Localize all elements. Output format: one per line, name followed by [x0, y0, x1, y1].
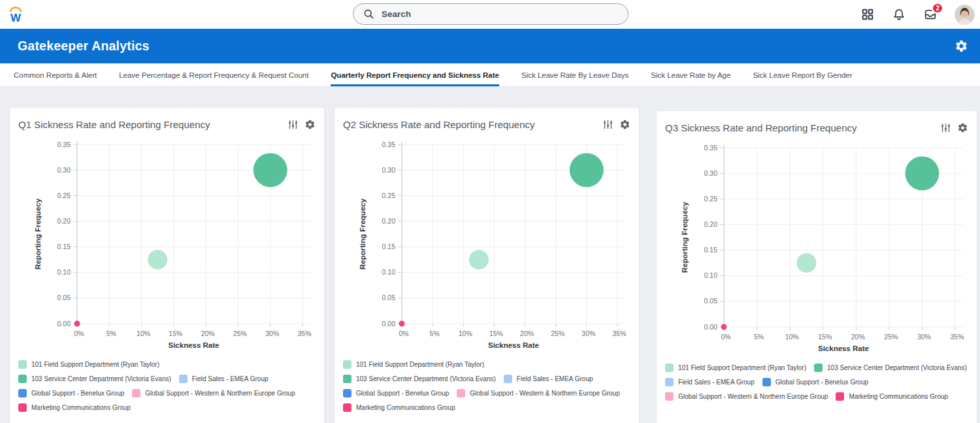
- legend-swatch: [762, 378, 771, 386]
- legend-label: Global Support - Western & Northern Euro…: [678, 393, 828, 400]
- data-bubble[interactable]: [469, 250, 489, 269]
- chart-card: Q2 Sickness Rate and Reporting Frequency: [335, 108, 639, 423]
- legend-swatch: [132, 389, 140, 398]
- filter-sliders-icon[interactable]: [940, 122, 951, 133]
- legend-label: Global Support - Benelux Group: [31, 390, 124, 397]
- svg-text:0.00: 0.00: [57, 320, 71, 328]
- svg-text:0.30: 0.30: [57, 166, 71, 174]
- chart-card-header: Q3 Sickness Rate and Reporting Frequency: [665, 119, 968, 136]
- page-settings-gear-icon[interactable]: [955, 39, 968, 53]
- svg-text:10%: 10%: [785, 333, 799, 341]
- legend-swatch: [457, 389, 465, 398]
- chart-card-actions: [602, 119, 630, 130]
- legend-swatch: [18, 375, 27, 383]
- chart-title: Q2 Sickness Rate and Reporting Frequency: [343, 119, 535, 130]
- data-bubble[interactable]: [74, 321, 80, 327]
- global-search[interactable]: [353, 3, 629, 25]
- legend-label: 101 Field Support Department (Ryan Taylo…: [31, 361, 159, 368]
- data-bubble[interactable]: [148, 250, 167, 269]
- legend-label: 101 Field Support Department (Ryan Taylo…: [356, 361, 484, 368]
- svg-text:30%: 30%: [581, 330, 595, 337]
- legend-label: 103 Service Center Department (Victoria …: [31, 375, 171, 382]
- svg-text:0.00: 0.00: [382, 320, 396, 328]
- legend-label: Field Sales - EMEA Group: [678, 379, 755, 386]
- legend-swatch: [18, 403, 27, 412]
- data-bubble[interactable]: [905, 156, 939, 190]
- legend-item[interactable]: Global Support - Western & Northern Euro…: [457, 389, 619, 398]
- data-bubble[interactable]: [253, 153, 287, 187]
- svg-text:10%: 10%: [137, 330, 150, 337]
- legend-swatch: [814, 364, 823, 372]
- chart-legend: 101 Field Support Department (Ryan Taylo…: [18, 360, 316, 412]
- search-input[interactable]: [382, 9, 619, 19]
- legend-label: 103 Service Center Department (Victoria …: [356, 375, 496, 382]
- legend-swatch: [179, 375, 188, 383]
- svg-text:Reporting Frequecy: Reporting Frequecy: [681, 201, 689, 273]
- svg-text:0.35: 0.35: [382, 141, 396, 148]
- filter-sliders-icon[interactable]: [602, 119, 613, 130]
- apps-grid-icon[interactable]: [860, 7, 875, 22]
- tab-3[interactable]: Sick Leave Rate By Leave Days: [521, 63, 629, 86]
- tab-4[interactable]: Sick Leave Rate by Age: [651, 63, 730, 86]
- svg-text:0.20: 0.20: [704, 220, 718, 228]
- legend-item[interactable]: 101 Field Support Department (Ryan Taylo…: [18, 360, 159, 369]
- svg-text:0.05: 0.05: [382, 294, 396, 301]
- legend-item[interactable]: 103 Service Center Department (Victoria …: [343, 375, 496, 383]
- legend-item[interactable]: Marketing Communications Group: [836, 392, 948, 401]
- chart-settings-gear-icon[interactable]: [957, 122, 968, 133]
- data-bubble[interactable]: [721, 324, 727, 330]
- chart-title: Q1 Sickness Rate and Reporting Frequency: [18, 119, 210, 130]
- legend-item[interactable]: Marketing Communications Group: [18, 403, 131, 412]
- bubble-chart: 0.000.050.100.150.200.250.300.350%5%10%1…: [665, 140, 968, 357]
- svg-text:30%: 30%: [265, 330, 279, 337]
- legend-item[interactable]: 101 Field Support Department (Ryan Taylo…: [665, 364, 806, 372]
- tab-0[interactable]: Common Reports & Alert: [14, 63, 97, 86]
- user-avatar[interactable]: [955, 5, 975, 25]
- legend-item[interactable]: Global Support - Benelux Group: [18, 389, 124, 398]
- legend-item[interactable]: Global Support - Benelux Group: [762, 378, 868, 386]
- tab-2[interactable]: Quarterly Report Frequency and Sickness …: [331, 63, 499, 86]
- legend-item[interactable]: Field Sales - EMEA Group: [179, 375, 269, 383]
- svg-text:5%: 5%: [754, 333, 764, 341]
- svg-text:20%: 20%: [851, 333, 865, 341]
- workday-logo[interactable]: W: [7, 5, 25, 24]
- notifications-bell-icon[interactable]: [892, 7, 906, 22]
- svg-text:0.25: 0.25: [57, 192, 71, 199]
- legend-item[interactable]: 103 Service Center Department (Victoria …: [18, 375, 171, 383]
- svg-text:0.20: 0.20: [382, 217, 396, 225]
- inbox-icon[interactable]: 2: [923, 7, 938, 22]
- report-tabs: Common Reports & AlertLeave Percentage &…: [0, 63, 980, 87]
- legend-item[interactable]: Global Support - Benelux Group: [343, 389, 449, 398]
- legend-label: Field Sales - EMEA Group: [192, 375, 269, 382]
- legend-item[interactable]: Global Support - Western & Northern Euro…: [665, 392, 828, 401]
- chart-title: Q3 Sickness Rate and Reporting Frequency: [665, 122, 857, 133]
- svg-text:0.00: 0.00: [704, 323, 718, 331]
- data-bubble[interactable]: [796, 253, 816, 273]
- legend-item[interactable]: Marketing Communications Group: [343, 403, 455, 412]
- bubble-chart: 0.000.050.100.150.200.250.300.350%5%10%1…: [343, 137, 630, 354]
- legend-label: Marketing Communications Group: [356, 404, 455, 411]
- legend-label: Global Support - Western & Northern Euro…: [145, 390, 295, 397]
- data-bubble[interactable]: [570, 153, 604, 187]
- legend-item[interactable]: Field Sales - EMEA Group: [504, 375, 593, 383]
- svg-text:Reporting Frequecy: Reporting Frequecy: [34, 198, 42, 269]
- svg-text:30%: 30%: [917, 333, 931, 341]
- tab-1[interactable]: Leave Percentage & Report Frequency & Re…: [119, 63, 308, 86]
- legend-item[interactable]: 103 Service Center Department (Victoria …: [814, 364, 967, 372]
- legend-swatch: [665, 364, 674, 372]
- chart-card-header: Q1 Sickness Rate and Reporting Frequency: [18, 116, 316, 133]
- legend-item[interactable]: Global Support - Western & Northern Euro…: [132, 389, 295, 398]
- svg-text:0.15: 0.15: [382, 243, 396, 250]
- data-bubble[interactable]: [399, 321, 405, 327]
- chart-settings-gear-icon[interactable]: [304, 119, 316, 130]
- tab-5[interactable]: Sick Leave Report By Gender: [753, 63, 852, 86]
- svg-text:0.10: 0.10: [382, 268, 396, 276]
- svg-text:15%: 15%: [489, 330, 503, 337]
- page-banner: Gatekeeper Analytics: [0, 29, 980, 63]
- filter-sliders-icon[interactable]: [287, 119, 299, 130]
- svg-text:0.25: 0.25: [382, 192, 396, 199]
- legend-item[interactable]: Field Sales - EMEA Group: [665, 378, 755, 386]
- chart-settings-gear-icon[interactable]: [619, 119, 630, 130]
- svg-text:Sickness Rate: Sickness Rate: [488, 341, 539, 349]
- legend-item[interactable]: 101 Field Support Department (Ryan Taylo…: [343, 360, 484, 369]
